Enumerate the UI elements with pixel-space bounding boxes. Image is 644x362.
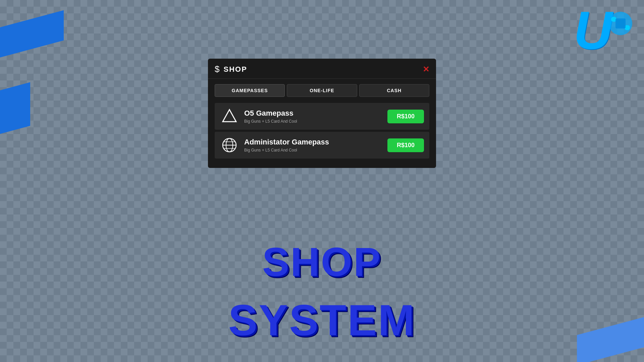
item-info: Administator Gamepass Big Guns + L5 Card…: [244, 138, 382, 153]
modal-title-area: $ SHOP: [215, 64, 247, 74]
logo-puzzle-icon: [607, 10, 634, 37]
modal-title: SHOP: [223, 65, 247, 74]
item-description: Big Guns + L5 Card And Cool: [244, 148, 382, 153]
tab-gamepasses[interactable]: GAMEPASSES: [215, 84, 285, 97]
big-system-text: SYSTEM: [228, 295, 416, 345]
item-name: O5 Gamepass: [244, 109, 382, 118]
shop-modal: $ SHOP ✕ GAMEPASSES ONE-LIFE CASH O5 Gam…: [208, 59, 436, 168]
items-list: O5 Gamepass Big Guns + L5 Card And Cool …: [208, 100, 436, 161]
dollar-icon: $: [215, 64, 219, 74]
tab-cash[interactable]: CASH: [359, 84, 429, 97]
tabs-container: GAMEPASSES ONE-LIFE CASH: [208, 79, 436, 100]
svg-marker-2: [223, 110, 236, 122]
buy-button-1[interactable]: R$100: [387, 110, 424, 123]
item-info: O5 Gamepass Big Guns + L5 Card And Cool: [244, 109, 382, 124]
svg-rect-1: [615, 18, 626, 28]
item-icon-globe: [220, 136, 239, 155]
tab-one-life[interactable]: ONE-LIFE: [287, 84, 357, 97]
close-button[interactable]: ✕: [423, 65, 429, 73]
item-row: Administator Gamepass Big Guns + L5 Card…: [215, 132, 429, 159]
buy-button-2[interactable]: R$100: [387, 138, 424, 152]
item-name: Administator Gamepass: [244, 138, 382, 146]
item-row: O5 Gamepass Big Guns + L5 Card And Cool …: [215, 103, 429, 130]
item-icon-triangle: [220, 107, 239, 126]
modal-header: $ SHOP ✕: [208, 59, 436, 79]
logo-area: U: [574, 3, 634, 70]
big-shop-text: SHOP: [262, 239, 382, 285]
item-description: Big Guns + L5 Card And Cool: [244, 119, 382, 124]
